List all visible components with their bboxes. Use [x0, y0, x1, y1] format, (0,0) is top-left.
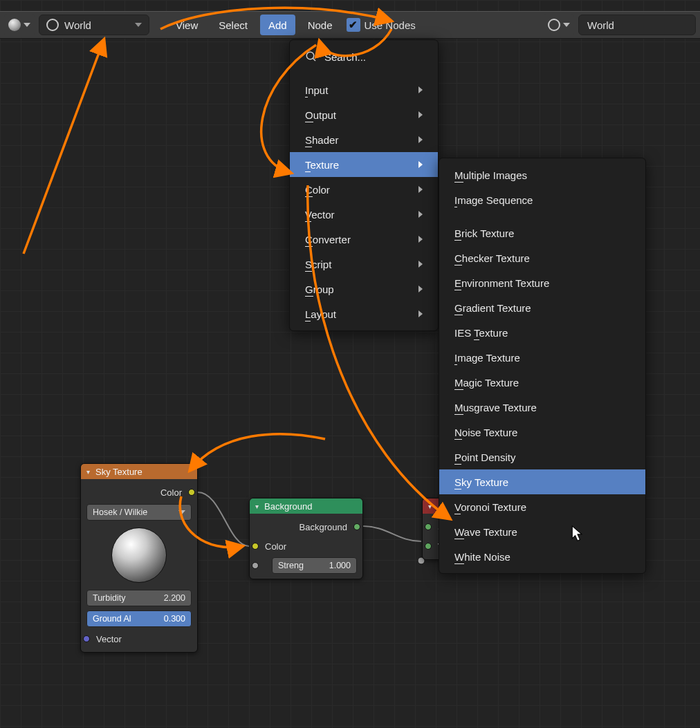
texture-item-image-sequence[interactable]: Image Sequence [439, 187, 645, 212]
node-background[interactable]: ▾ Background Background Color Streng 1.0… [249, 498, 363, 579]
menu-add[interactable]: Add [260, 15, 295, 35]
world-icon [548, 19, 560, 31]
menu-item-label: Input [305, 84, 328, 96]
chevron-down-icon [135, 23, 142, 27]
texture-item-environment-texture[interactable]: Environment Texture [439, 270, 645, 295]
turbidity-field[interactable]: Turbidity 2.200 [86, 590, 192, 606]
add-menu-item-vector[interactable]: Vector [290, 202, 438, 227]
world-name-field[interactable]: World [578, 15, 696, 35]
submenu-arrow-icon [418, 136, 423, 143]
menu-item-label: Brick Texture [454, 227, 514, 239]
submenu-arrow-icon [418, 310, 423, 317]
add-menu[interactable]: Search... InputOutputShaderTextureColorV… [289, 39, 439, 331]
add-menu-item-group[interactable]: Group [290, 277, 438, 301]
submenu-arrow-icon [418, 236, 423, 243]
texture-item-sky-texture[interactable]: Sky Texture [439, 469, 645, 494]
menu-node[interactable]: Node [300, 15, 341, 35]
socket-dot-value[interactable] [252, 562, 259, 569]
world-browse-dropdown[interactable] [544, 15, 574, 35]
submenu-arrow-icon [418, 261, 423, 268]
socket-dot-shader[interactable] [425, 523, 432, 530]
sky-model-dropdown[interactable]: Hosek / Wilkie [86, 504, 192, 521]
socket-dot-shader[interactable] [425, 543, 432, 550]
socket-out-color[interactable]: Color [86, 485, 192, 500]
texture-item-image-texture[interactable]: Image Texture [439, 345, 645, 370]
texture-item-point-density[interactable]: Point Density [439, 445, 645, 469]
socket-dot-vector[interactable] [83, 635, 90, 642]
socket-dot-color[interactable] [252, 543, 259, 550]
submenu-arrow-icon [418, 186, 423, 193]
menu-item-label: IES Texture [454, 327, 508, 339]
menu-view[interactable]: View [167, 15, 206, 35]
menu-item-label: Environment Texture [454, 277, 549, 289]
menu-item-label: Color [305, 184, 330, 196]
chevron-down-icon [24, 23, 30, 27]
texture-item-brick-texture[interactable]: Brick Texture [439, 221, 645, 245]
menu-item-label: White Noise [454, 551, 510, 563]
shader-editor: ▾ Sky Texture Color Hosek / Wilkie Turbi… [0, 0, 700, 728]
texture-item-wave-texture[interactable]: Wave Texture [439, 519, 645, 544]
add-menu-item-shader[interactable]: Shader [290, 127, 438, 152]
search-icon [305, 50, 317, 63]
svg-point-1 [306, 52, 314, 59]
add-menu-item-converter[interactable]: Converter [290, 227, 438, 252]
texture-item-white-noise[interactable]: White Noise [439, 544, 645, 569]
menu-item-label: Layout [305, 308, 336, 320]
add-menu-item-output[interactable]: Output [290, 102, 438, 127]
socket-in-vector[interactable]: Vector [86, 631, 192, 646]
submenu-arrow-icon [418, 161, 423, 168]
submenu-arrow-icon [418, 86, 423, 93]
menu-item-label: Musgrave Texture [454, 402, 537, 413]
collapse-icon[interactable]: ▾ [255, 503, 259, 510]
node-body: Background Color Streng 1.000 [250, 514, 362, 579]
node-header-bg[interactable]: ▾ Background [250, 498, 362, 514]
texture-item-gradient-texture[interactable]: Gradient Texture [439, 295, 645, 320]
menu-item-label: Voronoi Texture [454, 501, 526, 513]
node-title: Background [264, 501, 312, 512]
socket-out-background[interactable]: Background [255, 519, 357, 534]
collapse-icon[interactable]: ▾ [428, 503, 432, 510]
texture-item-checker-texture[interactable]: Checker Texture [439, 245, 645, 270]
add-menu-item-layout[interactable]: Layout [290, 301, 438, 326]
texture-item-voronoi-texture[interactable]: Voronoi Texture [439, 494, 645, 519]
add-menu-item-color[interactable]: Color [290, 177, 438, 202]
add-menu-item-texture[interactable]: Texture [290, 152, 438, 177]
strength-field[interactable]: Streng 1.000 [272, 557, 357, 574]
socket-dot-color[interactable] [188, 489, 195, 496]
sky-preview-sphere[interactable] [111, 528, 167, 583]
checkbox-checked-icon[interactable]: ✔ [347, 18, 360, 32]
socket-in-color[interactable]: Color [255, 539, 357, 554]
add-menu-item-input[interactable]: Input [290, 77, 438, 102]
node-header-sky[interactable]: ▾ Sky Texture [81, 464, 197, 479]
texture-item-musgrave-texture[interactable]: Musgrave Texture [439, 395, 645, 420]
menu-item-label: Shader [305, 134, 338, 146]
menu-item-label: Point Density [454, 451, 515, 463]
add-menu-item-script[interactable]: Script [290, 252, 438, 277]
menu-search[interactable]: Search... [290, 44, 438, 69]
menu-item-label: Group [305, 283, 334, 295]
menu-item-label: Output [305, 109, 336, 121]
ground-albedo-field[interactable]: Ground Al 0.300 [86, 610, 192, 627]
menu-item-label: Gradient Texture [454, 302, 531, 314]
editor-type-dropdown[interactable] [4, 15, 35, 35]
node-title: Sky Texture [95, 467, 142, 477]
socket-dot-shader[interactable] [353, 523, 360, 530]
menu-item-label: Magic Texture [454, 377, 519, 389]
texture-item-ies-texture[interactable]: IES Texture [439, 320, 645, 345]
shading-type-label: World [64, 19, 91, 31]
texture-item-noise-texture[interactable]: Noise Texture [439, 420, 645, 445]
socket-in-strength[interactable]: Streng 1.000 [255, 558, 357, 573]
use-nodes-toggle[interactable]: ✔ Use Nodes [347, 18, 416, 32]
collapse-icon[interactable]: ▾ [86, 468, 90, 476]
texture-item-magic-texture[interactable]: Magic Texture [439, 370, 645, 395]
menu-select[interactable]: Select [210, 15, 256, 35]
node-sky-texture[interactable]: ▾ Sky Texture Color Hosek / Wilkie Turbi… [80, 463, 198, 653]
menu-item-label: Wave Texture [454, 526, 517, 538]
chevron-down-icon [178, 510, 185, 514]
texture-item-multiple-images[interactable]: Multiple Images [439, 162, 645, 187]
menu-item-label: Checker Texture [454, 252, 530, 264]
menu-item-label: Texture [305, 159, 339, 171]
texture-submenu[interactable]: Multiple ImagesImage Sequence Brick Text… [439, 158, 646, 574]
shading-type-dropdown[interactable]: World [39, 15, 149, 35]
menu-item-label: Script [305, 259, 331, 270]
